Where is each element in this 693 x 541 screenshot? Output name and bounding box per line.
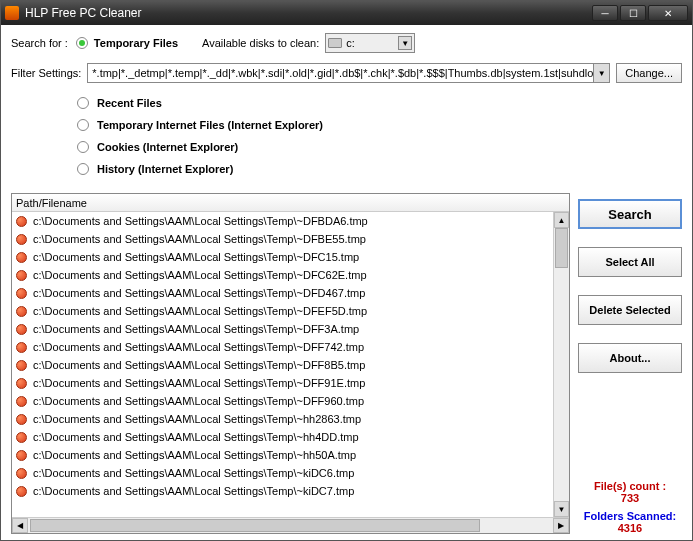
- side-panel: Search Select All Delete Selected About.…: [578, 193, 682, 534]
- list-header[interactable]: Path/Filename: [12, 194, 569, 212]
- close-button[interactable]: ✕: [648, 5, 688, 21]
- radio-icon: [77, 163, 89, 175]
- list-item[interactable]: c:\Documents and Settings\AAM\Local Sett…: [12, 284, 553, 302]
- list-item[interactable]: c:\Documents and Settings\AAM\Local Sett…: [12, 392, 553, 410]
- filter-settings-label: Filter Settings:: [11, 67, 81, 79]
- radio-history[interactable]: History (Internet Explorer): [77, 163, 682, 175]
- available-disks-label: Available disks to clean:: [202, 37, 319, 49]
- file-path: c:\Documents and Settings\AAM\Local Sett…: [33, 449, 356, 461]
- radio-icon: [77, 141, 89, 153]
- app-window: HLP Free PC Cleaner ─ ☐ ✕ Search for : T…: [0, 0, 693, 541]
- app-icon: [5, 6, 19, 20]
- chevron-down-icon: ▼: [398, 36, 412, 50]
- list-item[interactable]: c:\Documents and Settings\AAM\Local Sett…: [12, 266, 553, 284]
- radio-label: Recent Files: [97, 97, 162, 109]
- list-item[interactable]: c:\Documents and Settings\AAM\Local Sett…: [12, 212, 553, 230]
- list-item[interactable]: c:\Documents and Settings\AAM\Local Sett…: [12, 464, 553, 482]
- radio-label: Temporary Internet Files (Internet Explo…: [97, 119, 323, 131]
- stats: File(s) count : 733 Folders Scanned: 431…: [578, 480, 682, 534]
- disk-value: c:: [346, 37, 355, 49]
- file-path: c:\Documents and Settings\AAM\Local Sett…: [33, 323, 359, 335]
- file-icon: [16, 360, 27, 371]
- scroll-right-icon[interactable]: ▶: [553, 518, 569, 533]
- list-item[interactable]: c:\Documents and Settings\AAM\Local Sett…: [12, 248, 553, 266]
- file-path: c:\Documents and Settings\AAM\Local Sett…: [33, 395, 364, 407]
- file-icon: [16, 288, 27, 299]
- scroll-thumb[interactable]: [555, 228, 568, 268]
- file-path: c:\Documents and Settings\AAM\Local Sett…: [33, 413, 361, 425]
- radio-icon: [77, 119, 89, 131]
- scroll-left-icon[interactable]: ◀: [12, 518, 28, 533]
- radio-list: Recent Files Temporary Internet Files (I…: [77, 97, 682, 185]
- temp-files-label[interactable]: Temporary Files: [94, 37, 178, 49]
- scroll-down-icon[interactable]: ▼: [554, 501, 569, 517]
- file-icon: [16, 396, 27, 407]
- file-path: c:\Documents and Settings\AAM\Local Sett…: [33, 359, 365, 371]
- search-row: Search for : Temporary Files Available d…: [11, 33, 682, 53]
- file-icon: [16, 306, 27, 317]
- radio-temp-files[interactable]: [76, 37, 88, 49]
- file-path: c:\Documents and Settings\AAM\Local Sett…: [33, 233, 366, 245]
- files-count-label: File(s) count :: [578, 480, 682, 492]
- filter-row: Filter Settings: *.tmp|*._detmp|*.temp|*…: [11, 63, 682, 83]
- file-icon: [16, 468, 27, 479]
- radio-label: History (Internet Explorer): [97, 163, 233, 175]
- titlebar: HLP Free PC Cleaner ─ ☐ ✕: [1, 1, 692, 25]
- file-path: c:\Documents and Settings\AAM\Local Sett…: [33, 251, 359, 263]
- window-title: HLP Free PC Cleaner: [25, 6, 592, 20]
- file-icon: [16, 216, 27, 227]
- file-path: c:\Documents and Settings\AAM\Local Sett…: [33, 341, 364, 353]
- radio-recent-files[interactable]: Recent Files: [77, 97, 682, 109]
- folders-scanned-label: Folders Scanned:: [578, 510, 682, 522]
- file-path: c:\Documents and Settings\AAM\Local Sett…: [33, 485, 354, 497]
- content-area: Search for : Temporary Files Available d…: [1, 25, 692, 540]
- list-item[interactable]: c:\Documents and Settings\AAM\Local Sett…: [12, 338, 553, 356]
- file-icon: [16, 486, 27, 497]
- file-icon: [16, 432, 27, 443]
- column-path: Path/Filename: [16, 197, 87, 209]
- list-item[interactable]: c:\Documents and Settings\AAM\Local Sett…: [12, 230, 553, 248]
- file-icon: [16, 270, 27, 281]
- file-list-panel: Path/Filename c:\Documents and Settings\…: [11, 193, 570, 534]
- file-icon: [16, 234, 27, 245]
- drive-icon: [328, 38, 342, 48]
- file-path: c:\Documents and Settings\AAM\Local Sett…: [33, 305, 367, 317]
- file-icon: [16, 252, 27, 263]
- radio-temp-internet[interactable]: Temporary Internet Files (Internet Explo…: [77, 119, 682, 131]
- vertical-scrollbar[interactable]: ▲ ▼: [553, 212, 569, 517]
- scroll-up-icon[interactable]: ▲: [554, 212, 569, 228]
- list-item[interactable]: c:\Documents and Settings\AAM\Local Sett…: [12, 428, 553, 446]
- file-path: c:\Documents and Settings\AAM\Local Sett…: [33, 431, 359, 443]
- maximize-button[interactable]: ☐: [620, 5, 646, 21]
- scroll-track[interactable]: [28, 518, 553, 533]
- list-item[interactable]: c:\Documents and Settings\AAM\Local Sett…: [12, 482, 553, 500]
- search-for-label: Search for :: [11, 37, 68, 49]
- minimize-button[interactable]: ─: [592, 5, 618, 21]
- search-button[interactable]: Search: [578, 199, 682, 229]
- filter-value: *.tmp|*._detmp|*.temp|*._dd|*.wbk|*.sdi|…: [92, 67, 602, 79]
- radio-cookies[interactable]: Cookies (Internet Explorer): [77, 141, 682, 153]
- list-item[interactable]: c:\Documents and Settings\AAM\Local Sett…: [12, 374, 553, 392]
- delete-selected-button[interactable]: Delete Selected: [578, 295, 682, 325]
- change-button[interactable]: Change...: [616, 63, 682, 83]
- list-item[interactable]: c:\Documents and Settings\AAM\Local Sett…: [12, 302, 553, 320]
- filter-combo[interactable]: *.tmp|*._detmp|*.temp|*._dd|*.wbk|*.sdi|…: [87, 63, 610, 83]
- folders-scanned-value: 4316: [578, 522, 682, 534]
- list-item[interactable]: c:\Documents and Settings\AAM\Local Sett…: [12, 410, 553, 428]
- list-item[interactable]: c:\Documents and Settings\AAM\Local Sett…: [12, 320, 553, 338]
- file-icon: [16, 450, 27, 461]
- about-button[interactable]: About...: [578, 343, 682, 373]
- file-icon: [16, 378, 27, 389]
- list-item[interactable]: c:\Documents and Settings\AAM\Local Sett…: [12, 356, 553, 374]
- select-all-button[interactable]: Select All: [578, 247, 682, 277]
- scroll-thumb[interactable]: [30, 519, 480, 532]
- list-item[interactable]: c:\Documents and Settings\AAM\Local Sett…: [12, 446, 553, 464]
- disk-select[interactable]: c: ▼: [325, 33, 415, 53]
- file-path: c:\Documents and Settings\AAM\Local Sett…: [33, 467, 354, 479]
- list-body: c:\Documents and Settings\AAM\Local Sett…: [12, 212, 569, 517]
- horizontal-scrollbar[interactable]: ◀ ▶: [12, 517, 569, 533]
- file-icon: [16, 414, 27, 425]
- list-rows[interactable]: c:\Documents and Settings\AAM\Local Sett…: [12, 212, 553, 517]
- file-path: c:\Documents and Settings\AAM\Local Sett…: [33, 287, 365, 299]
- radio-icon: [77, 97, 89, 109]
